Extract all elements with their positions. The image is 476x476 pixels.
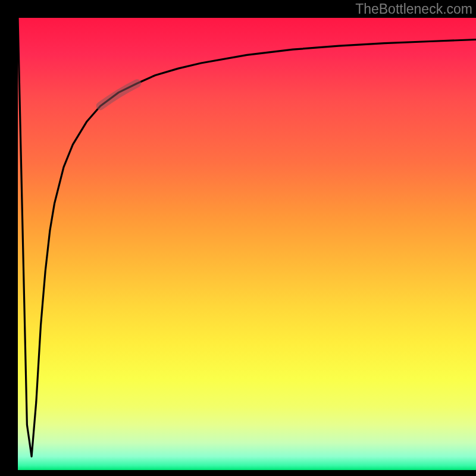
curve-highlight	[101, 83, 137, 106]
curve-svg	[18, 18, 476, 470]
plot-area	[18, 18, 476, 470]
chart-frame: TheBottleneck.com	[0, 0, 476, 476]
watermark-text: TheBottleneck.com	[355, 1, 472, 17]
bottleneck-curve	[18, 18, 476, 456]
